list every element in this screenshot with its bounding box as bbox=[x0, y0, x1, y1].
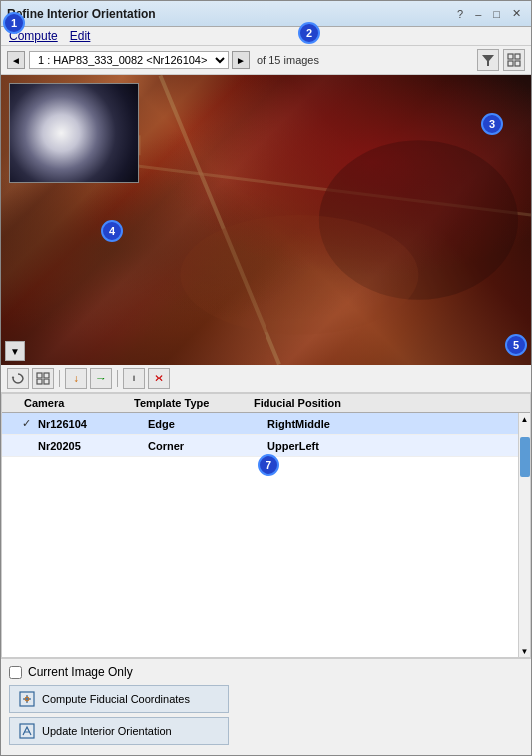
annotation-4: 4 bbox=[101, 220, 123, 242]
close-button[interactable]: ✕ bbox=[508, 7, 525, 20]
svg-rect-2 bbox=[515, 54, 520, 59]
annotation-3: 3 bbox=[481, 113, 503, 135]
table-row[interactable]: 7 Nr20205 Corner UpperLeft bbox=[2, 435, 518, 457]
grid-icon-btn[interactable] bbox=[503, 49, 525, 71]
col-header-template: Template Type bbox=[128, 397, 248, 409]
window-title: Refine Interior Orientation bbox=[7, 7, 156, 21]
nav-toolbar: 1 ◄ 1 : HAP83_333_0082 <Nr126104> ► 2 of… bbox=[1, 46, 531, 75]
row-template-2: Corner bbox=[144, 440, 264, 452]
svg-marker-0 bbox=[482, 55, 494, 66]
image-selector: 1 : HAP83_333_0082 <Nr126104> ► 2 of 15 … bbox=[29, 51, 319, 69]
svg-rect-4 bbox=[515, 61, 520, 66]
move-right-button[interactable]: → bbox=[90, 368, 112, 389]
toolbar-icons bbox=[477, 49, 525, 71]
grid-button[interactable] bbox=[32, 368, 54, 389]
svg-rect-15 bbox=[37, 379, 42, 384]
row-template-1: Edge bbox=[144, 418, 264, 430]
help-button[interactable]: ? bbox=[453, 8, 467, 20]
add-button[interactable]: + bbox=[123, 368, 145, 389]
annotation-1: 1 bbox=[3, 12, 25, 34]
annotation-7: 7 bbox=[258, 454, 279, 476]
current-image-checkbox[interactable] bbox=[9, 666, 22, 679]
minimize-button[interactable]: – bbox=[471, 8, 485, 20]
thumbnail-scroll-down[interactable]: ▼ bbox=[5, 341, 25, 361]
refresh-icon bbox=[11, 372, 25, 385]
svg-marker-12 bbox=[11, 376, 15, 378]
main-window: Refine Interior Orientation ? – □ ✕ Comp… bbox=[0, 0, 532, 756]
image-viewport[interactable]: ▼ 3 4 5 ► bbox=[1, 75, 531, 365]
table-scroll-wrapper: 6 ✓ Nr126104 Edge RightMiddle bbox=[2, 413, 530, 657]
data-table: Camera Template Type Fiducial Position 6 bbox=[1, 393, 531, 658]
nav-prev-button[interactable]: ◄ bbox=[7, 51, 25, 69]
scrollbar-thumb[interactable] bbox=[520, 437, 530, 477]
scroll-up-arrow[interactable]: ▲ bbox=[520, 413, 530, 425]
update-orientation-label: Update Interior Orientation bbox=[42, 725, 172, 737]
col-header-camera: Camera bbox=[18, 397, 128, 409]
svg-point-11 bbox=[180, 215, 418, 335]
title-bar-controls: ? – □ ✕ bbox=[453, 7, 525, 20]
table-scrollbar[interactable]: ▲ ▼ bbox=[518, 413, 530, 657]
title-bar: Refine Interior Orientation ? – □ ✕ bbox=[1, 1, 531, 27]
image-dropdown[interactable]: 1 : HAP83_333_0082 <Nr126104> bbox=[29, 51, 229, 69]
menu-bar: Compute Edit bbox=[1, 27, 531, 46]
svg-rect-13 bbox=[37, 373, 42, 378]
table-header: Camera Template Type Fiducial Position bbox=[2, 394, 530, 413]
svg-rect-3 bbox=[508, 61, 513, 66]
thumbnail-overlay bbox=[9, 83, 139, 183]
annotation-5: 5 bbox=[505, 334, 527, 356]
col-header-fiducial: Fiducial Position bbox=[248, 397, 530, 409]
scroll-down-arrow[interactable]: ▼ bbox=[520, 645, 530, 657]
row-camera-2: Nr20205 bbox=[34, 440, 144, 452]
table-body: 6 ✓ Nr126104 Edge RightMiddle bbox=[2, 413, 518, 657]
table-row[interactable]: 6 ✓ Nr126104 Edge RightMiddle bbox=[2, 413, 518, 435]
nav-next-button[interactable]: ► 2 bbox=[232, 51, 250, 69]
svg-rect-1 bbox=[508, 54, 513, 59]
svg-rect-16 bbox=[44, 379, 49, 384]
current-image-row: Current Image Only bbox=[9, 665, 523, 679]
compute-fiducial-button[interactable]: Compute Fiducial Coordinates bbox=[9, 685, 229, 713]
update-orientation-icon bbox=[18, 722, 36, 740]
filter-icon-btn[interactable] bbox=[477, 49, 499, 71]
separator-2 bbox=[117, 370, 118, 387]
row-camera-1: Nr126104 bbox=[34, 418, 144, 430]
table-container: Camera Template Type Fiducial Position 6 bbox=[1, 393, 531, 658]
compute-fiducial-label: Compute Fiducial Coordinates bbox=[42, 693, 190, 705]
move-down-button[interactable]: ↓ bbox=[65, 368, 87, 389]
update-orientation-button[interactable]: Update Interior Orientation bbox=[9, 717, 229, 745]
separator-1 bbox=[59, 370, 60, 387]
delete-button[interactable]: ✕ bbox=[148, 368, 170, 389]
row-fiducial-1: RightMiddle bbox=[264, 418, 518, 430]
refresh-button[interactable] bbox=[7, 368, 29, 389]
svg-rect-14 bbox=[44, 373, 49, 378]
maximize-button[interactable]: □ bbox=[489, 8, 504, 20]
image-count: of 15 images bbox=[257, 54, 319, 66]
compute-fiducial-icon bbox=[18, 690, 36, 708]
bottom-panel: Current Image Only Compute Fiducial Coor… bbox=[1, 658, 531, 755]
row-fiducial-2: UpperLeft bbox=[264, 440, 518, 452]
current-image-label: Current Image Only bbox=[28, 665, 133, 679]
menu-edit[interactable]: Edit bbox=[70, 29, 91, 43]
row-check-1: ✓ bbox=[18, 417, 34, 430]
thumbnail-glow bbox=[10, 84, 138, 182]
grid2-icon bbox=[36, 372, 50, 385]
annotation-2: 2 bbox=[298, 22, 320, 44]
action-toolbar: ↓ → + ✕ bbox=[1, 365, 531, 393]
grid-icon bbox=[507, 53, 521, 67]
filter-icon bbox=[481, 53, 495, 67]
